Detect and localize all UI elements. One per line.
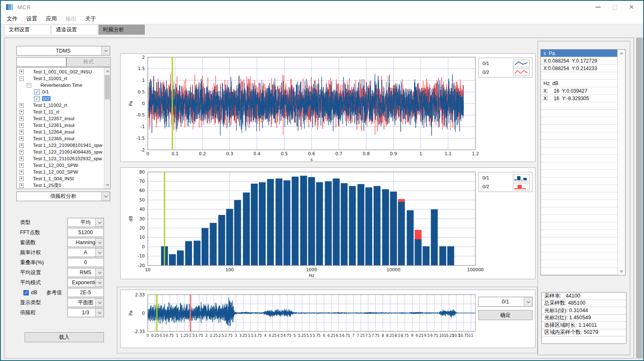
confirm-button[interactable]: 确定 <box>478 310 533 320</box>
db-ref-field[interactable] <box>67 288 104 297</box>
readout-row[interactable] <box>541 72 618 80</box>
menu-item-设置[interactable]: 设置 <box>26 15 37 23</box>
average-mode-select[interactable]: Exponential <box>67 278 104 287</box>
tree-expander-icon[interactable]: + <box>19 183 24 188</box>
chevron-down-icon[interactable] <box>95 268 104 277</box>
scroll-up-icon[interactable] <box>106 70 110 72</box>
readout-row[interactable] <box>541 192 618 200</box>
tree-item[interactable]: ✓0/2 <box>17 95 104 102</box>
octave-select[interactable]: 1/3 <box>67 308 104 317</box>
analysis-type-select[interactable]: 倍频程分析 <box>16 192 110 201</box>
chevron-down-icon[interactable] <box>101 192 110 201</box>
tree-expander-icon[interactable]: + <box>19 70 24 74</box>
overlap-field[interactable] <box>67 258 104 267</box>
readout-row[interactable] <box>541 252 618 260</box>
tree-expander-icon[interactable]: + <box>19 163 24 168</box>
display-type-select[interactable]: 平面图 <box>67 298 104 307</box>
time-waveform-chart[interactable]: 00.10.20.30.40.50.60.70.80.911.11.2-2-1.… <box>121 54 536 162</box>
tree-expander-icon[interactable]: + <box>19 110 24 114</box>
tree-expander-icon[interactable]: + <box>19 150 24 154</box>
readout-row[interactable] <box>541 200 618 207</box>
tree-item[interactable]: +Test 1_12361_insul <box>17 122 104 129</box>
readout-row[interactable]: X: 16 Y:-8.329305 <box>541 95 618 102</box>
readout-header[interactable]: s Pa <box>541 50 618 57</box>
maximize-icon[interactable] <box>606 1 623 13</box>
readout-row[interactable] <box>541 155 618 162</box>
menu-item-输出[interactable]: 输出 <box>66 15 76 23</box>
readout-row[interactable] <box>541 177 618 185</box>
tree-item[interactable]: +Test 1_1_004_INSI <box>17 175 104 182</box>
close-icon[interactable]: ✕ <box>623 1 640 13</box>
readout-row[interactable]: X:0.088254 Y:0.172729 <box>541 57 618 65</box>
search-input[interactable] <box>16 57 66 67</box>
readout-row[interactable] <box>541 237 618 245</box>
tree-item[interactable]: +Test 1_12357_insul <box>17 115 104 122</box>
readout-row[interactable] <box>541 185 618 192</box>
channel-select[interactable]: 0/1 <box>478 297 533 307</box>
tree-expander-icon[interactable]: − <box>27 83 31 88</box>
readout-row[interactable] <box>541 222 618 230</box>
tree-item[interactable]: +Test 1_001_001_002_INSU <box>17 68 104 75</box>
scroll-down-icon[interactable] <box>106 184 110 187</box>
chevron-down-icon[interactable] <box>101 46 110 55</box>
readout-row[interactable] <box>541 230 618 237</box>
tree-expander-icon[interactable]: + <box>19 170 24 174</box>
readout-row[interactable] <box>541 215 618 222</box>
tree-checkbox[interactable]: ✓ <box>34 89 40 95</box>
tree-item[interactable]: +Test 1_123_211026102932_spw <box>17 155 104 162</box>
type-select[interactable]: 平均 <box>67 218 104 227</box>
readout-row[interactable] <box>541 245 618 252</box>
chevron-down-icon[interactable] <box>95 278 104 287</box>
frequency-weighting-select[interactable]: A <box>67 248 104 257</box>
minimize-icon[interactable] <box>590 1 606 13</box>
menu-item-文件[interactable]: 文件 <box>7 15 18 23</box>
readout-row[interactable] <box>541 117 618 125</box>
readout-row[interactable] <box>541 170 618 177</box>
scroll-down-icon[interactable] <box>619 270 624 273</box>
legend-row-0/2[interactable]: 0/2 <box>479 68 532 76</box>
tree-item[interactable]: +Test 1_12365_insul <box>17 135 104 142</box>
readout-row[interactable] <box>541 207 618 215</box>
tree-item[interactable]: +Test 1_11_rt <box>17 109 104 115</box>
tree-expander-icon[interactable]: + <box>19 177 24 181</box>
readout-row[interactable] <box>541 125 618 132</box>
menu-item-关于[interactable]: 关于 <box>85 15 96 23</box>
legend-row-0/2[interactable]: 0/2 <box>479 182 532 191</box>
tree-item[interactable]: ✓0/1 <box>17 88 104 95</box>
vertical-scrollbar[interactable] <box>636 38 643 358</box>
tree-item[interactable]: −Reverberation Time <box>17 82 104 88</box>
readout-row[interactable]: X:0.088254 Y:0.214233 <box>541 65 618 72</box>
readout-scrollbar[interactable] <box>617 50 625 275</box>
readout-row[interactable] <box>541 102 618 110</box>
legend-row-0/1[interactable]: 0/1 <box>479 59 532 68</box>
chevron-down-icon[interactable] <box>95 218 104 227</box>
overview-chart[interactable]: 00.250.50.7511.251.51.7522.252.52.7533.2… <box>121 290 536 348</box>
tree-item[interactable]: +Test 1_12_002_SPW <box>17 169 104 175</box>
window-function-select[interactable]: Hanning <box>67 238 104 247</box>
readout-row[interactable] <box>541 132 618 140</box>
tree-expander-icon[interactable]: + <box>19 157 24 161</box>
readout-row[interactable]: X: 16 Y:0.039427 <box>541 87 618 95</box>
readout-row[interactable] <box>541 260 618 268</box>
file-format-select[interactable]: TDMS <box>16 46 110 56</box>
tree-expander-icon[interactable]: + <box>19 130 24 134</box>
tree-expander-icon[interactable]: − <box>19 76 24 81</box>
chevron-down-icon[interactable] <box>95 308 104 317</box>
db-checkbox[interactable]: ✓ <box>23 290 29 295</box>
tree-scrollbar[interactable] <box>104 68 110 189</box>
chevron-down-icon[interactable] <box>95 298 104 307</box>
tab-文档设置[interactable]: 文档设置 <box>4 25 51 35</box>
tree-expander-icon[interactable]: + <box>19 103 24 108</box>
spectrum-chart[interactable]: 10100100010000100000-20-1001020304050607… <box>121 168 536 280</box>
tree-item[interactable]: +Test 1_12364_insul <box>17 129 104 135</box>
scroll-thumb[interactable] <box>105 75 110 99</box>
tab-通道设置[interactable]: 通道设置 <box>51 25 98 35</box>
format-button[interactable]: 格式 <box>66 57 111 67</box>
legend-row-0/1[interactable]: 0/1 <box>479 173 532 182</box>
chevron-down-icon[interactable] <box>95 248 104 257</box>
fft-points-field[interactable] <box>67 228 104 237</box>
tree-expander-icon[interactable]: + <box>19 123 24 128</box>
average-setting-select[interactable]: RMS <box>67 268 104 277</box>
chevron-down-icon[interactable] <box>524 297 532 306</box>
chevron-down-icon[interactable] <box>95 238 104 247</box>
